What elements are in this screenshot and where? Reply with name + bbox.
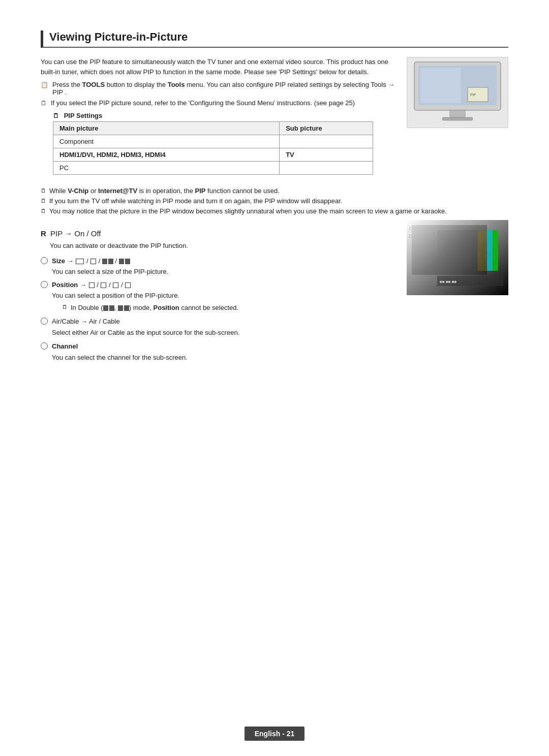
size-icon1 [76,259,84,264]
notes-block: 🗒 While V-Chip or Internet@TV is in oper… [41,187,508,215]
note3: 🗒 You may notice that the picture in the… [41,207,508,215]
row1-sub [280,135,373,148]
pos-sep1: / [97,281,100,289]
pos-sep3: / [121,281,125,289]
position-note: 🗒 In Double (, ) mode, Position cannot b… [62,303,396,313]
note1-text: While V-Chip or Internet@TV is in operat… [49,187,280,195]
size-icon2 [90,259,96,264]
press-icon: 📋 [41,81,48,88]
pip-main-section: R PIP → On / Off You can activate or dea… [41,220,508,364]
tv-illustration: PIP [409,59,506,125]
size-item: Size → / / / [41,256,396,266]
size-desc: You can select a size of the PIP-picture… [52,267,396,277]
pip-settings-label: 🗒 PIP Settings [53,112,396,119]
position-bullet [41,281,48,288]
svg-rect-11 [493,230,498,271]
page-container: Viewing Picture-in-Picture You can use t… [0,0,549,405]
position-label: Position [52,281,78,289]
size-label: Size [52,257,65,265]
position-desc: You can select a position of the PIP-pic… [52,291,396,301]
svg-text:■■ ■■ ■■: ■■ ■■ ■■ [440,279,457,284]
note1: 🗒 While V-Chip or Internet@TV is in oper… [41,187,508,195]
size-text: Size → / / / [52,256,130,266]
air-cable-text: Air/Cable → Air / Cable [52,317,120,327]
pip-on-off-label: PIP → On / Off [50,229,101,238]
position-item: Position → / / / [41,280,396,290]
note2-text: If you turn the TV off while watching in… [49,197,342,205]
air-cable-desc: Select either Air or Cable as the input … [52,328,396,338]
channel-desc: You can select the channel for the sub-s… [52,353,396,363]
press-list: 📋 Press the TOOLS button to display the … [41,81,396,107]
svg-rect-2 [420,68,461,103]
size-sep2: / [99,257,102,265]
svg-rect-4 [442,117,473,120]
pos-icon4 [125,282,131,288]
press-item: 📋 Press the TOOLS button to display the … [41,81,396,96]
footer: English - 21 [0,727,549,741]
svg-text:PIP: PIP [470,93,476,97]
note1-icon: 🗒 [41,187,46,194]
pip-settings-table: Main picture Sub picture Component HDMI1… [53,121,373,175]
channel-item: Channel [41,341,396,352]
svg-rect-9 [478,230,487,271]
r-icon: R [41,229,46,238]
size-icon3 [102,259,113,264]
pos-icon2 [101,282,106,288]
row1-main: Component [53,135,280,148]
intro-text: You can use the PIP feature to simultane… [41,57,396,180]
pip-preview-container: □ □ ■■ ■■ ■■ [407,220,508,364]
row2-main: HDMI1/DVI, HDMI2, HDMI3, HDMI4 [53,148,280,162]
pos-sep2: / [109,281,112,289]
size-arrow: → [67,257,76,265]
table-row: Component [53,135,373,148]
row3-sub [280,162,373,175]
press-text: Press the TOOLS button to display the To… [52,81,396,96]
size-sep3: / [115,257,119,265]
channel-bullet [41,342,48,350]
row2-sub: TV [280,148,373,162]
position-note-icon: 🗒 [62,303,68,311]
position-arrow: → [80,281,88,289]
table-row: HDMI1/DVI, HDMI2, HDMI3, HDMI4 TV [53,148,373,162]
channel-label: Channel [52,342,78,350]
size-bullet [41,257,48,264]
svg-text:□: □ [409,226,412,231]
svg-text:□: □ [409,234,412,239]
pip-on-off-desc: You can activate or deactivate the PIP f… [50,241,396,251]
footer-text: English - 21 [255,730,295,738]
svg-rect-3 [450,110,465,117]
size-icon4 [119,259,130,264]
page-title: Viewing Picture-in-Picture [41,30,508,48]
channel-text: Channel [52,341,78,352]
footer-badge: English - 21 [245,727,305,741]
tv-image: PIP [407,57,508,128]
pip-on-off-section: R PIP → On / Off You can activate or dea… [41,229,396,251]
note2-icon: 🗒 [41,198,46,204]
pip-color-preview: □ □ ■■ ■■ ■■ [407,220,507,295]
intro-block: You can use the PIP feature to simultane… [41,57,508,180]
air-cable-bullet [41,318,48,325]
pos-icon1 [89,282,95,288]
note2: 🗒 If you turn the TV off while watching … [41,197,508,205]
svg-rect-10 [487,230,493,271]
pip-preview-svg: □ □ ■■ ■■ ■■ [407,220,508,295]
main-picture-header: Main picture [53,122,280,135]
pip-on-off-heading: R PIP → On / Off [41,229,396,238]
pip-left-content: R PIP → On / Off You can activate or dea… [41,220,396,364]
table-row: PC [53,162,373,175]
intro-paragraph1: You can use the PIP feature to simultane… [41,57,396,77]
pos-icon3 [113,282,118,288]
note3-text: You may notice that the picture in the P… [49,207,447,215]
sub-picture-header: Sub picture [280,122,373,135]
note-icon: 🗒 [41,100,47,107]
row3-main: PC [53,162,280,175]
note3-icon: 🗒 [41,208,46,214]
note-item: 🗒 If you select the PIP picture sound, r… [41,99,396,107]
position-text: Position → / / / [52,280,131,290]
note-text: If you select the PIP picture sound, ref… [51,99,355,107]
position-note-text: In Double (, ) mode, Position cannot be … [71,303,238,313]
air-cable-item: Air/Cable → Air / Cable [41,317,396,327]
size-sep1: / [86,257,90,265]
